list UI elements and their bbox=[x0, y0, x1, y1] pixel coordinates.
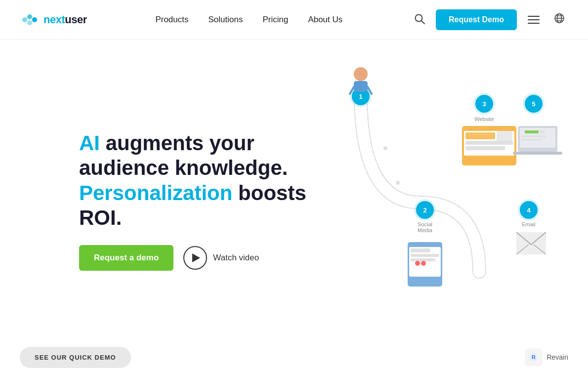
svg-rect-52 bbox=[513, 152, 562, 155]
svg-point-57 bbox=[383, 146, 387, 150]
nav-products[interactable]: Products bbox=[155, 15, 188, 25]
quick-demo-button[interactable]: SEE OUR QUICK DEMO bbox=[20, 347, 131, 368]
svg-rect-53 bbox=[525, 130, 539, 133]
hamburger-button[interactable] bbox=[525, 13, 543, 27]
logo-icon bbox=[20, 10, 40, 30]
headline-ai: AI bbox=[79, 131, 100, 155]
hamburger-icon bbox=[528, 19, 540, 20]
svg-text:4: 4 bbox=[527, 207, 531, 214]
hero-text: AI augments your audience knowledge. Per… bbox=[79, 131, 341, 271]
svg-text:3: 3 bbox=[482, 100, 486, 108]
watch-video-button[interactable]: Watch video bbox=[183, 246, 259, 270]
search-button[interactable] bbox=[411, 10, 428, 29]
revain-icon: R bbox=[525, 348, 543, 366]
globe-icon bbox=[553, 12, 565, 24]
logo[interactable]: nextuser bbox=[20, 10, 87, 30]
svg-rect-56 bbox=[521, 139, 541, 141]
svg-rect-36 bbox=[465, 132, 495, 139]
nav-about-us[interactable]: About Us bbox=[308, 15, 342, 25]
navbar: nextuser Products Solutions Pricing Abou… bbox=[0, 0, 588, 40]
nav-links: Products Solutions Pricing About Us bbox=[155, 15, 342, 25]
headline-personalization: Personalization bbox=[79, 181, 232, 205]
nav-solutions[interactable]: Solutions bbox=[208, 15, 243, 25]
svg-rect-15 bbox=[354, 81, 368, 92]
illustration-svg: 1 2 Social Media 3 We bbox=[321, 49, 568, 311]
svg-line-5 bbox=[421, 21, 424, 24]
language-button[interactable] bbox=[550, 9, 568, 30]
hero-illustration: 1 2 Social Media 3 We bbox=[321, 49, 568, 311]
hero-actions: Request a demo Watch video bbox=[79, 245, 341, 271]
request-demo-hero-button[interactable]: Request a demo bbox=[79, 245, 173, 271]
svg-rect-55 bbox=[521, 135, 546, 137]
svg-point-28 bbox=[415, 261, 420, 266]
nav-right: Request Demo bbox=[411, 9, 568, 30]
revain-label: Revain bbox=[546, 353, 568, 361]
search-icon bbox=[414, 13, 425, 24]
request-demo-button[interactable]: Request Demo bbox=[436, 9, 517, 30]
svg-point-2 bbox=[32, 17, 37, 22]
nav-pricing[interactable]: Pricing bbox=[262, 15, 288, 25]
svg-rect-26 bbox=[411, 254, 439, 257]
svg-rect-54 bbox=[540, 130, 545, 133]
svg-text:Social: Social bbox=[418, 221, 432, 227]
logo-text: nextuser bbox=[43, 13, 87, 26]
svg-point-3 bbox=[27, 20, 32, 25]
svg-text:5: 5 bbox=[532, 100, 535, 108]
svg-point-14 bbox=[354, 67, 368, 81]
svg-text:Website: Website bbox=[474, 116, 494, 122]
svg-point-0 bbox=[22, 17, 27, 22]
hamburger-icon bbox=[528, 23, 540, 24]
play-circle bbox=[183, 246, 207, 270]
svg-rect-25 bbox=[411, 248, 430, 252]
watch-video-label: Watch video bbox=[213, 253, 259, 263]
svg-text:2: 2 bbox=[423, 207, 426, 214]
headline-part1: augments your audience knowledge. bbox=[79, 131, 288, 179]
svg-text:Email: Email bbox=[522, 221, 536, 227]
revain-badge: R Revain bbox=[525, 348, 568, 366]
svg-point-1 bbox=[27, 14, 32, 19]
hamburger-icon bbox=[528, 16, 540, 17]
hero-headline: AI augments your audience knowledge. Per… bbox=[79, 131, 341, 231]
svg-rect-38 bbox=[465, 146, 505, 150]
svg-rect-27 bbox=[411, 258, 435, 261]
svg-rect-37 bbox=[465, 141, 513, 145]
play-icon bbox=[192, 253, 200, 262]
bottom-bar: SEE OUR QUICK DEMO R Revain bbox=[0, 342, 588, 372]
revain-logo-icon: R bbox=[528, 352, 539, 363]
svg-text:Media: Media bbox=[418, 227, 433, 233]
svg-text:R: R bbox=[532, 354, 536, 360]
hero-section: AI augments your audience knowledge. Per… bbox=[0, 40, 588, 342]
svg-text:1: 1 bbox=[359, 93, 362, 100]
svg-point-58 bbox=[396, 181, 400, 185]
svg-point-29 bbox=[421, 261, 426, 266]
svg-rect-39 bbox=[497, 131, 512, 141]
